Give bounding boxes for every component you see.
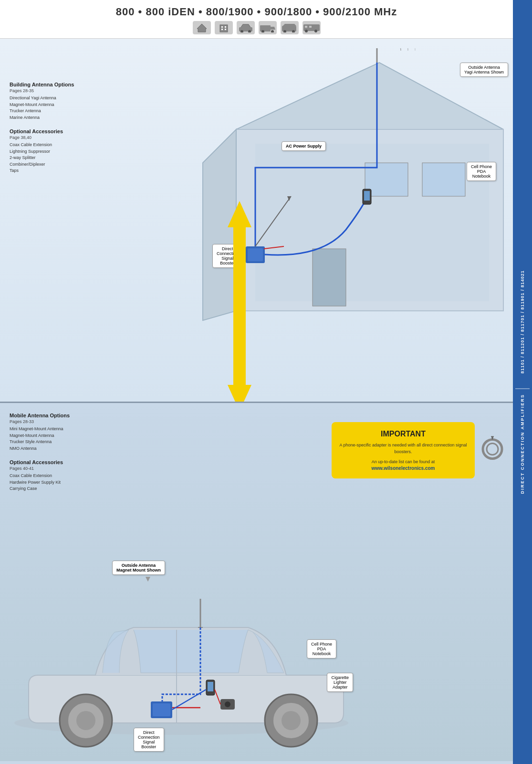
mobile-antenna-title: Mobile Antenna Options bbox=[10, 413, 110, 418]
sidebar-numbers: 81101 / 811201 / 811701 / 811901 / 81402… bbox=[520, 270, 525, 373]
important-box: IMPORTANT A phone-specific adapter is ne… bbox=[332, 422, 475, 478]
svg-rect-42 bbox=[233, 226, 246, 389]
ac-power-supply-callout: AC Power Supply bbox=[282, 141, 326, 151]
svg-point-64 bbox=[225, 701, 230, 707]
svg-point-19 bbox=[314, 30, 317, 32]
left-panel-top: Building Antenna Options Pages 28-35 Dir… bbox=[10, 82, 105, 182]
outside-antenna-bottom-callout: Outside AntennaMagnet Mount Shown bbox=[112, 561, 165, 575]
cell-phone-bottom-callout: Cell PhonePDANotebook bbox=[307, 639, 336, 658]
cigarette-lighter-callout: CigaretteLighterAdapter bbox=[327, 673, 353, 692]
svg-point-11 bbox=[271, 30, 274, 32]
svg-rect-59 bbox=[153, 703, 170, 716]
optional-accessories-top-pages: Page 38,40 bbox=[10, 135, 105, 140]
svg-rect-3 bbox=[225, 26, 226, 28]
optional-accessories-bottom-title: Optional Accessories bbox=[10, 459, 110, 465]
sidebar-label: DIRECT CONNECTION AMPLIFIERS bbox=[520, 394, 525, 494]
svg-point-44 bbox=[483, 439, 502, 458]
svg-point-51 bbox=[76, 711, 95, 730]
svg-point-54 bbox=[282, 711, 301, 730]
optional-accessories-bottom-items: Coax Cable Extension Hardwire Power Supp… bbox=[10, 473, 110, 492]
home-icon bbox=[193, 21, 211, 34]
important-link: www.wilsonelectronics.com bbox=[339, 466, 467, 471]
optional-accessories-bottom-section: Optional Accessories Pages 40-41 Coax Ca… bbox=[10, 459, 110, 492]
svg-rect-9 bbox=[260, 25, 271, 32]
optional-accessories-bottom-pages: Pages 40-41 bbox=[10, 466, 110, 471]
mobile-antenna-section: Mobile Antenna Options Pages 28-33 Mini … bbox=[10, 413, 110, 452]
top-section: Building Antenna Options Pages 28-35 Dir… bbox=[0, 39, 513, 402]
header-icons bbox=[10, 21, 503, 34]
important-text2: An up-to-date list can be found at bbox=[339, 459, 467, 466]
mobile-antenna-pages: Pages 28-33 bbox=[10, 419, 110, 424]
car-icon bbox=[237, 21, 255, 34]
rv-icon bbox=[303, 21, 321, 34]
svg-marker-0 bbox=[197, 24, 207, 32]
optional-accessories-top-items: Coax Cable Extension Lightning Suppresso… bbox=[10, 142, 105, 174]
van-icon bbox=[281, 21, 299, 34]
important-text1: A phone-specific adapter is needed with … bbox=[339, 442, 467, 455]
svg-rect-24 bbox=[313, 249, 346, 306]
svg-rect-39 bbox=[364, 191, 370, 201]
sidebar-divider bbox=[515, 388, 530, 389]
outside-antenna-callout: Outside AntennaYagi Antenna Shown bbox=[460, 63, 508, 77]
svg-rect-17 bbox=[309, 26, 312, 28]
svg-rect-4 bbox=[221, 29, 223, 30]
header: 800 • 800 iDEN • 800/1900 • 900/1800 • 9… bbox=[0, 0, 513, 39]
cell-phone-top-callout: Cell PhonePDANotebook bbox=[467, 162, 496, 181]
optional-accessories-top-title: Optional Accessories bbox=[10, 128, 105, 134]
svg-point-45 bbox=[487, 443, 498, 455]
svg-point-47 bbox=[491, 436, 494, 437]
yellow-bidirectional-arrow bbox=[223, 201, 256, 402]
svg-rect-62 bbox=[208, 682, 213, 691]
svg-rect-26 bbox=[422, 163, 465, 196]
svg-rect-2 bbox=[221, 26, 223, 28]
svg-marker-41 bbox=[228, 201, 251, 227]
truck-icon bbox=[259, 21, 277, 34]
main-content: 800 • 800 iDEN • 800/1900 • 900/1800 • 9… bbox=[0, 0, 513, 764]
car-illustration: Outside AntennaMagnet Mount Shown Cell P… bbox=[0, 503, 382, 761]
building-antenna-title: Building Antenna Options bbox=[10, 82, 105, 87]
important-title: IMPORTANT bbox=[339, 430, 467, 438]
left-panel-bottom: Mobile Antenna Options Pages 28-33 Mini … bbox=[10, 413, 110, 500]
building-antenna-items: Directional Yagi Antenna Magnet-Mount An… bbox=[10, 95, 105, 121]
svg-rect-1 bbox=[220, 25, 228, 32]
optional-accessories-top-section: Optional Accessories Page 38,40 Coax Cab… bbox=[10, 128, 105, 174]
page-title: 800 • 800 iDEN • 800/1900 • 900/1800 • 9… bbox=[10, 6, 503, 18]
office-icon bbox=[215, 21, 233, 34]
adapter-coil-icon bbox=[480, 436, 506, 464]
sidebar: 81101 / 811201 / 811701 / 811901 / 81402… bbox=[513, 0, 532, 764]
svg-rect-16 bbox=[305, 26, 307, 28]
building-antenna-pages: Pages 28-35 bbox=[10, 88, 105, 93]
svg-point-18 bbox=[305, 30, 308, 32]
mobile-antenna-items: Mini Magnet-Mount Antenna Magnet-Mount A… bbox=[10, 426, 110, 452]
svg-rect-5 bbox=[225, 29, 226, 30]
bottom-section: Mobile Antenna Options Pages 28-33 Mini … bbox=[0, 403, 513, 761]
building-antenna-section: Building Antenna Options Pages 28-35 Dir… bbox=[10, 82, 105, 121]
direct-connection-bottom-callout: DirectConnectionSignalBooster bbox=[134, 728, 164, 752]
svg-marker-43 bbox=[228, 385, 251, 402]
